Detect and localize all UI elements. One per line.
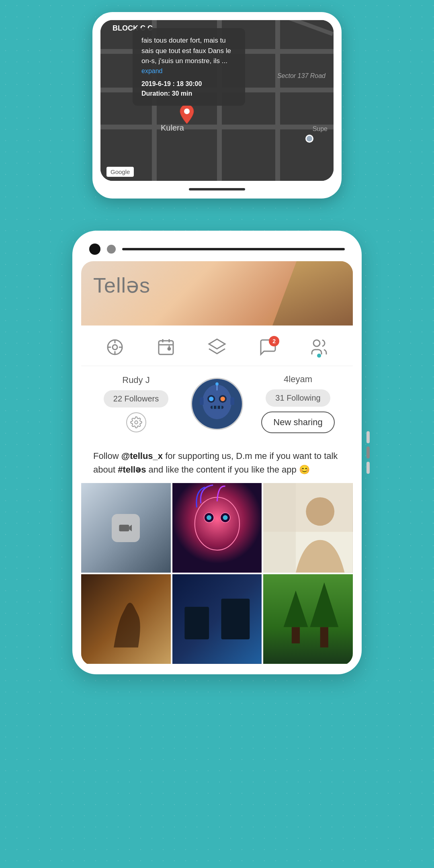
user-row: Rudy J 22 Followers — [81, 366, 353, 441]
map-sector-label: Sector 137 Road — [277, 72, 326, 80]
photo-cell-2[interactable] — [172, 483, 262, 573]
tooltip-duration: Duration: 30 min — [141, 89, 236, 98]
svg-rect-26 — [200, 397, 204, 405]
nav-location-icon[interactable] — [103, 335, 127, 359]
photo-cell-1[interactable] — [81, 483, 171, 573]
settings-row — [93, 412, 179, 432]
user-right-name: 4leyam — [255, 374, 341, 385]
scroll-dot-2 — [366, 446, 370, 459]
tooltip-text: fais tous douter fort, mais tu sais que … — [141, 35, 236, 66]
status-bar-line — [122, 248, 345, 250]
profile-nav: 2 — [81, 326, 353, 366]
settings-icon[interactable] — [126, 412, 146, 432]
home-indicator — [189, 188, 245, 190]
top-phone-frame: BLOCK C C Sector 137 Road Kulera Supe — [92, 12, 342, 199]
svg-rect-27 — [230, 397, 234, 405]
banner-overlay — [272, 261, 353, 326]
bio-prefix: Follow — [93, 451, 121, 461]
svg-point-21 — [221, 396, 225, 401]
avatar-image — [192, 379, 242, 429]
user-right: 4leyam 31 Following New sharing — [255, 374, 341, 433]
active-indicator — [317, 354, 321, 358]
photo-cell-5[interactable] — [172, 574, 262, 664]
map-tooltip: fais tous douter fort, mais tu sais que … — [133, 28, 245, 106]
svg-point-14 — [313, 340, 320, 346]
scroll-dot-3 — [366, 462, 370, 474]
profile-banner: Telləs — [81, 261, 353, 326]
photo-grid — [81, 483, 353, 665]
video-icon — [112, 514, 140, 542]
svg-marker-13 — [209, 339, 225, 349]
new-sharing-button[interactable]: New sharing — [261, 411, 334, 433]
bio-section: Follow @tellus_x for supporting us, D.m … — [81, 441, 353, 483]
road — [275, 20, 280, 181]
photo-cell-4[interactable] — [81, 574, 171, 664]
user-left-name: Rudy J — [93, 375, 179, 385]
map-super-label: Supe — [313, 125, 328, 133]
nav-calendar-icon[interactable] — [154, 335, 178, 359]
user-left: Rudy J 22 Followers — [93, 375, 179, 432]
top-phone: BLOCK C C Sector 137 Road Kulera Supe — [92, 0, 342, 199]
svg-rect-7 — [159, 341, 173, 354]
photo-cell-6[interactable] — [263, 574, 353, 664]
svg-rect-44 — [184, 607, 209, 639]
camera-dot — [89, 244, 100, 255]
map-screen: BLOCK C C Sector 137 Road Kulera Supe — [100, 20, 334, 181]
tooltip-datetime: 2019-6-19 : 18 30:00 — [141, 79, 236, 89]
sensor-dot — [107, 245, 116, 254]
bio-mention[interactable]: @tellus_x — [121, 451, 163, 461]
following-badge[interactable]: 31 Following — [266, 389, 330, 407]
chat-badge: 2 — [269, 336, 279, 346]
profile-screen: Telləs 2 — [81, 261, 353, 665]
nav-chat-icon[interactable]: 2 — [256, 335, 280, 359]
svg-rect-45 — [221, 599, 250, 639]
bottom-phone: Telləs 2 — [72, 231, 362, 674]
svg-rect-41 — [263, 483, 296, 573]
svg-marker-31 — [129, 524, 132, 531]
svg-point-15 — [135, 421, 138, 424]
nav-map-layers-icon[interactable] — [205, 335, 229, 359]
svg-point-2 — [113, 345, 117, 350]
avatar — [191, 378, 243, 430]
bio-suffix: and like the content if you like the app… — [146, 465, 309, 475]
map-background: BLOCK C C Sector 137 Road Kulera Supe — [100, 20, 334, 181]
expand-button[interactable]: expand — [141, 66, 236, 76]
nav-people-icon[interactable] — [307, 335, 331, 359]
map-kulera-label: Kulera — [161, 123, 184, 133]
followers-badge[interactable]: 22 Followers — [104, 390, 168, 407]
svg-rect-50 — [320, 627, 328, 647]
svg-point-37 — [223, 515, 227, 520]
svg-rect-49 — [292, 627, 300, 643]
svg-point-11 — [168, 348, 170, 350]
google-logo: Google — [106, 167, 134, 177]
photo-cell-3[interactable] — [263, 483, 353, 573]
app-name: Telləs — [93, 273, 150, 297]
bio-hashtag[interactable]: #telləs — [118, 465, 146, 475]
phone-status-bar — [81, 240, 353, 261]
svg-point-36 — [207, 515, 211, 520]
svg-rect-30 — [119, 524, 129, 531]
map-secondary-pin — [305, 135, 313, 143]
bottom-phone-frame: Telləs 2 — [72, 231, 362, 674]
scroll-indicator — [366, 431, 370, 474]
svg-point-29 — [215, 382, 219, 385]
svg-point-20 — [209, 396, 213, 401]
svg-rect-46 — [263, 574, 353, 664]
scroll-dot-1 — [366, 431, 370, 443]
svg-point-40 — [306, 497, 335, 526]
svg-point-0 — [184, 108, 190, 114]
map-pin — [179, 104, 195, 125]
